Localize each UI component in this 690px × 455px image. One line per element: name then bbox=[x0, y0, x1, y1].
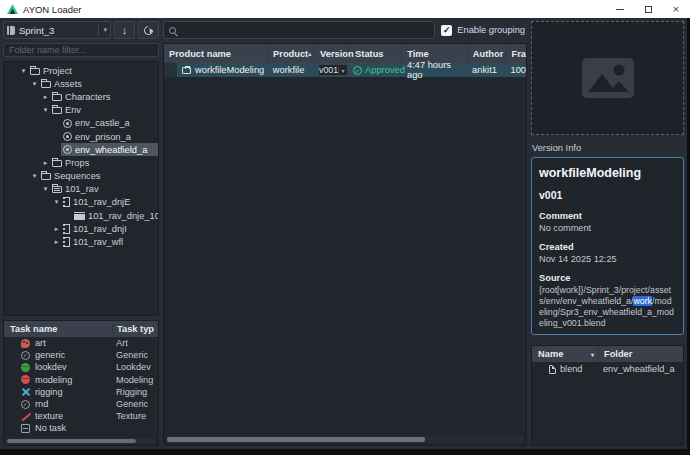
task-row-no-task[interactable]: No task bbox=[4, 422, 158, 434]
col-header-folder[interactable]: Folder bbox=[598, 346, 683, 362]
scrollbar-thumb[interactable] bbox=[167, 437, 425, 442]
close-button[interactable]: × bbox=[662, 0, 690, 18]
task-row-lookdev[interactable]: lookdevLookdev bbox=[4, 361, 158, 373]
folder-icon bbox=[52, 94, 62, 101]
project-icon bbox=[7, 26, 15, 35]
tree-item-props[interactable]: Props bbox=[4, 156, 158, 169]
thumbnail-placeholder bbox=[531, 21, 684, 135]
tree-item-env-prison-a[interactable]: env_prison_a bbox=[4, 130, 158, 143]
version-number: v001 bbox=[539, 189, 676, 201]
chevron-down-icon[interactable] bbox=[30, 80, 39, 88]
representations-table: Name▾ Folder blend env_wheatfield_a bbox=[531, 345, 684, 446]
products-hscrollbar[interactable] bbox=[166, 436, 524, 443]
project-selector[interactable]: Sprint_3 ▾ bbox=[3, 21, 111, 39]
version-title: workfileModeling bbox=[539, 166, 676, 180]
scrollbar-thumb[interactable] bbox=[7, 439, 136, 443]
tree-item-101-rav-dnje-1000[interactable]: 101_rav_dnje_1000 bbox=[4, 209, 158, 222]
minimize-button[interactable] bbox=[606, 0, 634, 18]
col-header-product-name[interactable]: Product name bbox=[164, 44, 268, 63]
version-info-label: Version Info bbox=[532, 143, 684, 153]
chevron-right-icon[interactable] bbox=[52, 225, 61, 233]
tree-item-101-rav[interactable]: 101_rav bbox=[4, 183, 158, 196]
sequence-icon bbox=[63, 237, 70, 247]
tree-item-env-castle-a[interactable]: env_castle_a bbox=[4, 117, 158, 130]
tree-item-101-rav-dnji[interactable]: 101_rav_dnjI bbox=[4, 222, 158, 235]
tree-item-assets[interactable]: Assets bbox=[4, 77, 158, 90]
frames-cell: 100 bbox=[505, 63, 526, 77]
task-name-header[interactable]: Task name bbox=[4, 324, 112, 334]
enable-grouping-toggle[interactable]: ✓ Enable grouping bbox=[441, 25, 527, 36]
col-header-product[interactable]: Product▴ bbox=[268, 44, 315, 63]
sphere-icon bbox=[21, 363, 30, 372]
task-row-rnd[interactable]: rndGeneric bbox=[4, 398, 158, 410]
minimize-icon bbox=[616, 9, 624, 10]
created-value: Nov 14 2025 12:25 bbox=[539, 254, 676, 264]
brush-icon bbox=[21, 412, 30, 421]
representation-row-blend[interactable]: blend env_wheatfield_a bbox=[532, 362, 683, 376]
asset-icon bbox=[63, 132, 72, 141]
folder-icon bbox=[52, 160, 62, 167]
tools-icon bbox=[21, 387, 30, 396]
chevron-down-icon[interactable] bbox=[52, 198, 61, 206]
task-type-header[interactable]: Task typ bbox=[112, 324, 158, 334]
col-header-author[interactable]: Author bbox=[468, 44, 507, 63]
title-bar: AYON Loader × bbox=[0, 0, 690, 18]
check-circle-icon bbox=[21, 351, 30, 360]
version-info-box: workfileModeling v001 Comment No comment… bbox=[531, 157, 684, 335]
product-search-input[interactable] bbox=[181, 25, 429, 36]
tree-item-project[interactable]: Project bbox=[4, 64, 158, 77]
tree-item-env-wheatfield-a[interactable]: env_wheatfield_a bbox=[4, 143, 158, 156]
sequence-icon bbox=[63, 224, 70, 234]
search-icon bbox=[169, 27, 176, 34]
tree-item-sequences[interactable]: Sequences bbox=[4, 170, 158, 183]
task-row-texture[interactable]: textureTexture bbox=[4, 410, 158, 422]
checkbox-checked-icon[interactable]: ✓ bbox=[441, 25, 452, 36]
product-name-cell: workfileModeling bbox=[195, 65, 264, 75]
product-row-workfile-modeling[interactable]: workfileModeling workfile v001▾ Approved… bbox=[164, 63, 526, 77]
task-row-rigging[interactable]: riggingRigging bbox=[4, 386, 158, 398]
task-row-modeling[interactable]: modelingModeling bbox=[4, 374, 158, 386]
sequence-folder-icon bbox=[52, 186, 62, 193]
products-table: Product name Product▴ Version Status Tim… bbox=[163, 43, 527, 446]
tree-item-characters[interactable]: Characters bbox=[4, 90, 158, 103]
status-badge: Approved bbox=[353, 65, 405, 75]
comment-value: No comment bbox=[539, 223, 676, 233]
chevron-down-icon: ▾ bbox=[98, 24, 107, 36]
chevron-right-icon[interactable] bbox=[41, 93, 50, 101]
tree-item-101-rav-wfl[interactable]: 101_rav_wfl bbox=[4, 235, 158, 248]
chevron-right-icon[interactable] bbox=[52, 238, 61, 246]
row-expand-area[interactable] bbox=[164, 63, 177, 77]
task-row-art[interactable]: artArt bbox=[4, 337, 158, 349]
chevron-right-icon[interactable] bbox=[41, 159, 50, 167]
enable-grouping-label: Enable grouping bbox=[457, 25, 525, 35]
left-panel: Sprint_3 ▾ ↓ Project Assets Characters E… bbox=[3, 21, 159, 446]
download-button[interactable]: ↓ bbox=[114, 21, 135, 39]
maximize-button[interactable] bbox=[634, 0, 662, 18]
sphere-icon bbox=[21, 375, 30, 384]
comment-label: Comment bbox=[539, 211, 676, 221]
chevron-down-icon[interactable] bbox=[41, 185, 50, 193]
col-header-version[interactable]: Version bbox=[315, 44, 350, 63]
created-label: Created bbox=[539, 242, 676, 252]
task-table-hscrollbar[interactable] bbox=[6, 438, 156, 444]
task-row-generic[interactable]: genericGeneric bbox=[4, 349, 158, 361]
refresh-button[interactable] bbox=[138, 21, 159, 39]
tree-item-env[interactable]: Env bbox=[4, 104, 158, 117]
tree-item-101-rav-dnje[interactable]: 101_rav_dnjE bbox=[4, 196, 158, 209]
chevron-down-icon: ▾ bbox=[338, 67, 347, 74]
col-header-frames[interactable]: Fra bbox=[507, 44, 526, 63]
chevron-down-icon[interactable] bbox=[30, 172, 39, 180]
col-header-name[interactable]: Name▾ bbox=[532, 349, 598, 359]
sort-desc-icon: ▾ bbox=[591, 351, 594, 358]
selected-text: work bbox=[633, 296, 652, 306]
product-search-box[interactable] bbox=[163, 21, 435, 39]
task-table: Task name Task typ artArt genericGeneric… bbox=[3, 320, 159, 446]
col-header-status[interactable]: Status bbox=[350, 44, 402, 63]
asset-icon bbox=[63, 119, 72, 128]
version-dropdown[interactable]: v001▾ bbox=[318, 64, 348, 76]
chevron-down-icon[interactable] bbox=[41, 106, 50, 114]
approved-check-icon bbox=[353, 66, 362, 75]
folder-filter-input[interactable] bbox=[3, 43, 159, 57]
chevron-down-icon[interactable] bbox=[19, 67, 28, 75]
maximize-icon bbox=[645, 6, 652, 13]
